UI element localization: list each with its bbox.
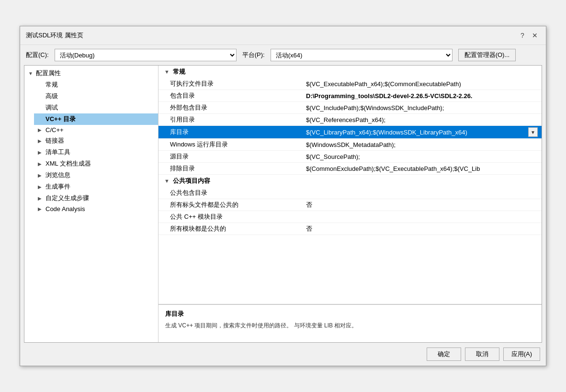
prop-name-ext-include: 外部包含目录 <box>158 102 302 113</box>
tree-arrow-code-analysis: ▶ <box>38 206 45 212</box>
cancel-button[interactable]: 取消 <box>465 347 499 361</box>
dialog-title: 测试SDL环境 属性页 <box>26 31 83 40</box>
prop-row-exclude[interactable]: 排除目录 $(CommonExcludePath);$(VC_Executabl… <box>158 163 542 175</box>
properties-dialog: 测试SDL环境 属性页 ? ✕ 配置(C): 活动(Debug) 平台(P): … <box>20 26 546 366</box>
prop-row-source[interactable]: 源目录 $(VC_SourcePath); <box>158 151 542 163</box>
prop-name-lib: 库目录 <box>158 126 302 138</box>
tree-label-browse: 浏览信息 <box>45 171 70 179</box>
tree-item-code-analysis[interactable]: ▶ Code Analysis <box>34 204 158 214</box>
tree-item-custom-build[interactable]: ▶ 自定义生成步骤 <box>34 192 158 204</box>
right-panel: ▼ 常规 可执行文件目录 $(VC_ExecutablePath_x64);$(… <box>158 66 542 342</box>
tree-label-build-events: 生成事件 <box>45 182 70 191</box>
tree-label-xml: XML 文档生成器 <box>45 159 91 168</box>
tree-label-debug: 调试 <box>45 103 58 112</box>
config-select[interactable]: 活动(Debug) <box>55 49 237 61</box>
prop-name-all-headers: 所有标头文件都是公共的 <box>158 199 302 211</box>
tree-arrow-build-events: ▶ <box>38 184 45 190</box>
tree-label-linker: 链接器 <box>45 136 64 145</box>
tree-item-linker[interactable]: ▶ 链接器 <box>34 135 158 146</box>
tree-root: ▼ 配置属性 常规 高级 调试 <box>24 66 158 216</box>
collapse-icon-public: ▼ <box>164 178 171 184</box>
prop-name-exclude: 排除目录 <box>158 163 302 174</box>
prop-value-all-modules: 否 <box>302 223 542 235</box>
section-title-general: 常规 <box>173 67 185 76</box>
prop-value-ref: $(VC_ReferencesPath_x64); <box>302 115 542 125</box>
prop-value-ext-include: $(VC_IncludePath);$(WindowsSDK_IncludePa… <box>302 103 542 113</box>
tree-label-cpp: C/C++ <box>45 126 64 134</box>
config-manager-button[interactable]: 配置管理器(O)... <box>458 49 516 61</box>
tree-item-vc-dirs[interactable]: VC++ 目录 <box>34 113 158 125</box>
prop-name-pub-include: 公共包含目录 <box>158 187 302 199</box>
prop-row-pub-cpp[interactable]: 公共 C++ 模块目录 <box>158 211 542 223</box>
title-buttons: ? ✕ <box>517 30 540 41</box>
section-title-public: 公共项目内容 <box>173 177 210 185</box>
tree-label-advanced: 高级 <box>45 92 58 101</box>
tree-label-custom-build: 自定义生成步骤 <box>45 194 89 202</box>
platform-select[interactable]: 活动(x64) <box>271 49 453 61</box>
tree-root-label: 配置属性 <box>36 69 61 78</box>
section-header-general[interactable]: ▼ 常规 <box>158 66 542 78</box>
tree-arrow-cpp: ▶ <box>38 127 45 133</box>
lib-dropdown-button[interactable]: ▼ <box>528 127 538 137</box>
prop-name-ref: 引用目录 <box>158 114 302 125</box>
tree-arrow-xml: ▶ <box>38 161 45 167</box>
content-area: ▼ 配置属性 常规 高级 调试 <box>24 65 542 343</box>
prop-row-include[interactable]: 包含目录 D:\Programming_tools\SDL2-devel-2.2… <box>158 90 542 102</box>
left-panel: ▼ 配置属性 常规 高级 调试 <box>24 66 158 342</box>
tree-arrow-config: ▼ <box>28 71 35 76</box>
tree-item-debug[interactable]: 调试 <box>34 102 158 113</box>
prop-value-executable: $(VC_ExecutablePath_x64);$(CommonExecuta… <box>302 79 542 89</box>
tree-label-vc-dirs: VC++ 目录 <box>45 115 76 123</box>
tree-item-build-events[interactable]: ▶ 生成事件 <box>34 181 158 192</box>
prop-value-pub-include <box>302 191 542 194</box>
prop-row-all-modules[interactable]: 所有模块都是公共的 否 <box>158 223 542 235</box>
apply-button[interactable]: 应用(A) <box>503 347 540 361</box>
prop-value-winrt: $(WindowsSDK_MetadataPath); <box>302 140 542 150</box>
footer: 确定 取消 应用(A) <box>20 343 546 366</box>
tree-label-manifest: 清单工具 <box>45 148 70 157</box>
prop-row-ref[interactable]: 引用目录 $(VC_ReferencesPath_x64); <box>158 114 542 126</box>
ok-button[interactable]: 确定 <box>427 347 461 361</box>
prop-name-include: 包含目录 <box>158 90 302 101</box>
prop-row-executable[interactable]: 可执行文件目录 $(VC_ExecutablePath_x64);$(Commo… <box>158 78 542 90</box>
prop-name-all-modules: 所有模块都是公共的 <box>158 223 302 235</box>
prop-value-all-headers: 否 <box>302 199 542 211</box>
prop-row-lib[interactable]: 库目录 $(VC_LibraryPath_x64);$(WindowsSDK_L… <box>158 126 542 139</box>
prop-value-lib: $(VC_LibraryPath_x64);$(WindowsSDK_Libra… <box>302 126 542 138</box>
prop-name-pub-cpp: 公共 C++ 模块目录 <box>158 211 302 223</box>
tree-item-manifest[interactable]: ▶ 清单工具 <box>34 146 158 158</box>
tree-item-browse[interactable]: ▶ 浏览信息 <box>34 169 158 181</box>
tree-label-general: 常规 <box>45 80 58 89</box>
prop-value-source: $(VC_SourcePath); <box>302 152 542 162</box>
description-panel: 库目录 生成 VC++ 项目期间，搜索库文件时使用的路径。 与环境变量 LIB … <box>158 304 542 342</box>
prop-row-all-headers[interactable]: 所有标头文件都是公共的 否 <box>158 199 542 211</box>
desc-title: 库目录 <box>165 310 535 318</box>
tree-arrow-manifest: ▶ <box>38 150 45 155</box>
prop-row-ext-include[interactable]: 外部包含目录 $(VC_IncludePath);$(WindowsSDK_In… <box>158 102 542 114</box>
tree-item-cpp[interactable]: ▶ C/C++ <box>34 125 158 135</box>
prop-value-pub-cpp <box>302 215 542 218</box>
tree-item-xml[interactable]: ▶ XML 文档生成器 <box>34 158 158 169</box>
tree-root-item-config[interactable]: ▼ 配置属性 <box>24 67 158 79</box>
platform-label: 平台(P): <box>242 51 265 59</box>
properties-area: ▼ 常规 可执行文件目录 $(VC_ExecutablePath_x64);$(… <box>158 66 542 304</box>
tree-arrow-custom-build: ▶ <box>38 196 45 201</box>
desc-text: 生成 VC++ 项目期间，搜索库文件时使用的路径。 与环境变量 LIB 相对应。 <box>165 321 535 330</box>
config-label: 配置(C): <box>26 51 49 59</box>
tree-label-code-analysis: Code Analysis <box>45 205 85 213</box>
tree-item-general[interactable]: 常规 <box>34 79 158 90</box>
prop-row-winrt[interactable]: Windows 运行库目录 $(WindowsSDK_MetadataPath)… <box>158 139 542 151</box>
help-button[interactable]: ? <box>517 30 528 41</box>
prop-row-pub-include[interactable]: 公共包含目录 <box>158 187 542 199</box>
prop-name-executable: 可执行文件目录 <box>158 78 302 90</box>
tree-arrow-browse: ▶ <box>38 173 45 178</box>
prop-value-include: D:\Programming_tools\SDL2-devel-2.26.5-V… <box>302 91 542 101</box>
title-bar: 测试SDL环境 属性页 ? ✕ <box>20 26 546 45</box>
toolbar: 配置(C): 活动(Debug) 平台(P): 活动(x64) 配置管理器(O)… <box>20 45 546 65</box>
tree-children: 常规 高级 调试 VC++ 目录 ▶ <box>24 79 158 214</box>
tree-item-advanced[interactable]: 高级 <box>34 90 158 102</box>
section-header-public[interactable]: ▼ 公共项目内容 <box>158 175 542 187</box>
tree-arrow-linker: ▶ <box>38 138 45 144</box>
close-button[interactable]: ✕ <box>530 30 540 41</box>
prop-name-winrt: Windows 运行库目录 <box>158 139 302 150</box>
